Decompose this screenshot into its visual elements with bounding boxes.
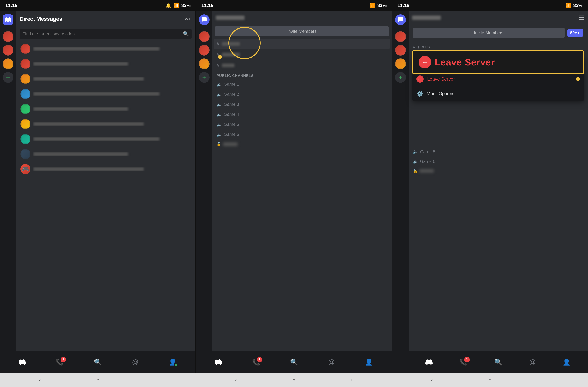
- search-bar[interactable]: 🔍: [20, 29, 192, 39]
- voice-channel-item[interactable]: 🔈 Game 5: [214, 120, 390, 129]
- voice-channel-item[interactable]: 🔈 Game 6: [214, 130, 390, 139]
- recents-button-right[interactable]: □: [544, 375, 553, 384]
- speaker-icon-p3: 🔈: [413, 149, 418, 154]
- context-channel-list: ☰ Invite Members 50+ n # general # insom…: [409, 11, 588, 373]
- speaker-icon: 🔈: [217, 132, 222, 137]
- nav-search-p3[interactable]: 🔍: [494, 358, 503, 366]
- speaker-icon: 🔈: [217, 122, 222, 127]
- channel-item[interactable]: #: [214, 39, 390, 49]
- speaker-icon: 🔈: [217, 102, 222, 107]
- status-bar-middle: 11:15 📶 83%: [196, 0, 392, 11]
- back-button-right[interactable]: ◁: [427, 375, 436, 384]
- invite-members-button-p3[interactable]: Invite Members: [413, 28, 565, 38]
- nav-discord-p3[interactable]: [425, 359, 433, 366]
- channel-name-p3-6: Game 6: [420, 159, 435, 164]
- nav-search[interactable]: 🔍: [94, 358, 102, 366]
- channel-item[interactable]: #: [214, 50, 390, 60]
- nav-phone-p2[interactable]: 📞 1: [252, 358, 260, 366]
- server-icon-1[interactable]: [3, 31, 13, 42]
- list-item[interactable]: [18, 41, 193, 56]
- nav-discord[interactable]: [19, 359, 26, 366]
- back-button-mid[interactable]: ◁: [231, 375, 240, 384]
- recents-button-mid[interactable]: □: [348, 375, 357, 384]
- locked-channel-p3[interactable]: 🔒: [410, 166, 586, 175]
- leave-server-arrow-icon: ←: [419, 56, 431, 68]
- bottom-nav-panel3: 📞 1 🔍 @ 👤: [409, 351, 588, 373]
- channel-name: Game 2: [224, 92, 239, 97]
- nav-profile[interactable]: 👤: [169, 358, 177, 366]
- new-dm-button[interactable]: ✉+: [184, 15, 192, 23]
- nav-badge-p2: 1: [257, 357, 262, 362]
- list-item[interactable]: [18, 102, 193, 116]
- home-button-right[interactable]: ○: [485, 375, 494, 384]
- list-item[interactable]: [18, 87, 193, 101]
- invite-members-button[interactable]: Invite Members: [215, 26, 389, 36]
- lock-icon: 🔒: [217, 142, 221, 146]
- list-item[interactable]: [18, 117, 193, 131]
- server-icon-p3-3[interactable]: [395, 59, 406, 69]
- nav-phone[interactable]: 📞 1: [56, 358, 64, 366]
- list-item[interactable]: 🎮: [18, 162, 193, 176]
- add-server-button[interactable]: ＋: [3, 72, 13, 83]
- back-button-left[interactable]: ◁: [35, 375, 44, 384]
- messages-icon-p3[interactable]: [395, 14, 406, 25]
- channel-name: Game 1: [224, 82, 239, 87]
- hamburger-icon[interactable]: ☰: [579, 14, 584, 21]
- voice-channels-below: 🔈 Game 5 🔈 Game 6 🔒: [409, 147, 588, 176]
- server-icon-p3-1[interactable]: [395, 31, 406, 42]
- signal-icon-right: 📶: [566, 3, 571, 8]
- locked-channel-item[interactable]: 🔒: [214, 140, 390, 149]
- speaker-icon-p3-6: 🔈: [413, 159, 418, 164]
- add-server-button-p2[interactable]: ＋: [199, 72, 210, 83]
- messages-icon-p2[interactable]: [199, 14, 210, 25]
- add-server-button-p3[interactable]: ＋: [395, 72, 406, 83]
- signal-icon: 📶: [173, 3, 179, 8]
- home-button-left[interactable]: ○: [94, 375, 103, 384]
- list-item[interactable]: [18, 72, 193, 86]
- dm-item-name: [33, 92, 191, 96]
- leave-server-icon-small: ←: [417, 75, 424, 82]
- server-icon-p2-3[interactable]: [199, 59, 210, 69]
- home-button-mid[interactable]: ○: [290, 375, 298, 384]
- voice-channel-p3-5[interactable]: 🔈 Game 5: [410, 147, 586, 156]
- server-icon-3[interactable]: [3, 59, 13, 69]
- avatar: [21, 44, 30, 54]
- nav-profile-p2[interactable]: 👤: [365, 358, 373, 366]
- server-icon-p3-2[interactable]: [395, 45, 406, 56]
- panel-server-channels: ＋ ⋮ Invite Members # # #: [196, 11, 392, 373]
- voice-channel-item[interactable]: 🔈 Game 3: [214, 100, 390, 109]
- list-item[interactable]: [18, 132, 193, 146]
- device-nav-bar: ◁ ○ □ ◁ ○ □ ◁ ○ □: [0, 373, 588, 387]
- dm-list: Direct Messages ✉+ 🔍: [16, 11, 195, 373]
- dm-item-name: [33, 137, 191, 141]
- nav-mention-p3[interactable]: @: [529, 358, 536, 366]
- avatar: [21, 89, 30, 99]
- dropdown-more-options[interactable]: ⚙️ More Options: [412, 86, 584, 101]
- gear-icon: ⚙️: [417, 90, 423, 97]
- nav-profile-p3[interactable]: 👤: [563, 358, 571, 366]
- list-item[interactable]: [18, 57, 193, 71]
- nav-badge-p3: 1: [464, 357, 470, 362]
- search-input[interactable]: [22, 31, 181, 36]
- channel-item[interactable]: #: [214, 60, 390, 70]
- signal-icon-mid: 📶: [369, 3, 375, 8]
- time-left: 11:15: [5, 3, 17, 8]
- server-icon-p2-1[interactable]: [199, 31, 210, 42]
- nav-discord-p2[interactable]: [215, 359, 222, 366]
- nav-mention-p2[interactable]: @: [328, 358, 335, 366]
- dropdown-more-options-label: More Options: [427, 91, 455, 96]
- nav-search-p2[interactable]: 🔍: [290, 358, 298, 366]
- voice-channel-item[interactable]: 🔈 Game 2: [214, 90, 390, 99]
- nav-phone-p3[interactable]: 📞 1: [460, 358, 467, 366]
- recents-button-left[interactable]: □: [152, 375, 161, 384]
- server-icon-p2-2[interactable]: [199, 45, 210, 56]
- server-icon-2[interactable]: [3, 45, 13, 56]
- list-item[interactable]: [18, 147, 193, 161]
- voice-channel-p3-6[interactable]: 🔈 Game 6: [410, 157, 586, 166]
- nav-mention[interactable]: @: [132, 358, 139, 366]
- voice-channel-item[interactable]: 🔈 Game 4: [214, 110, 390, 119]
- more-options-icon[interactable]: ⋮: [382, 14, 388, 21]
- discord-home-icon[interactable]: [3, 14, 13, 25]
- hash-icon-p3: #: [413, 44, 416, 50]
- voice-channel-item[interactable]: 🔈 Game 1: [214, 80, 390, 89]
